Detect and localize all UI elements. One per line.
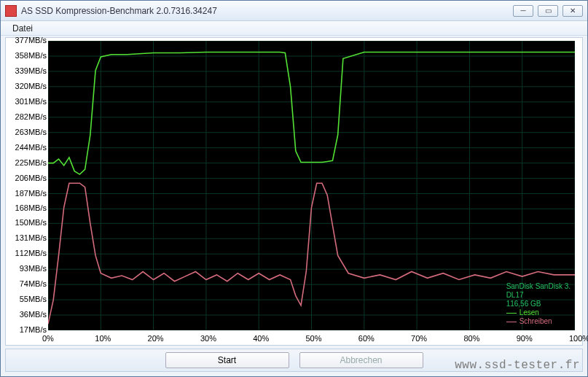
y-tick-label: 206MB/s	[7, 174, 47, 182]
menu-file[interactable]: Datei	[8, 23, 37, 34]
y-tick-label: 168MB/s	[7, 203, 47, 212]
app-icon	[5, 5, 17, 17]
y-tick-label: 320MB/s	[7, 82, 47, 90]
y-tick-label: 301MB/s	[7, 97, 47, 106]
legend-read-label: Lesen	[520, 308, 539, 317]
app-window: AS SSD Kompression-Benchmark 2.0.7316.34…	[0, 0, 588, 377]
cancel-button: Abbrechen	[299, 352, 423, 368]
x-tick-label: 20%	[148, 334, 164, 343]
x-tick-label: 90%	[517, 334, 533, 343]
plot-canvas: SanDisk SanDisk 3. DL17 116,56 GB Lesen …	[48, 41, 575, 330]
y-tick-label: 93MB/s	[7, 264, 47, 273]
window-controls: ─ ▭ ✕	[513, 5, 583, 17]
watermark-text: www.ssd-tester.fr	[455, 359, 580, 372]
series-svg	[48, 41, 575, 330]
y-tick-label: 377MB/s	[7, 36, 47, 44]
device-name: SanDisk SanDisk 3.	[506, 282, 571, 291]
x-tick-label: 50%	[306, 334, 322, 343]
device-capacity: 116,56 GB	[506, 300, 571, 308]
x-tick-label: 70%	[411, 334, 427, 343]
x-tick-label: 80%	[463, 334, 479, 343]
legend-read-swatch	[506, 313, 517, 314]
y-tick-label: 187MB/s	[7, 189, 47, 198]
y-tick-label: 244MB/s	[7, 143, 47, 152]
y-tick-label: 263MB/s	[7, 128, 47, 136]
y-tick-label: 131MB/s	[7, 233, 47, 242]
x-tick-label: 60%	[358, 334, 375, 343]
y-tick-label: 36MB/s	[7, 310, 47, 319]
y-tick-label: 339MB/s	[7, 66, 47, 75]
y-tick-label: 112MB/s	[7, 249, 47, 257]
y-tick-label: 150MB/s	[7, 218, 47, 227]
chart-area: SanDisk SanDisk 3. DL17 116,56 GB Lesen …	[5, 37, 583, 346]
legend-write-label: Schreiben	[520, 317, 552, 326]
y-tick-label: 225MB/s	[7, 158, 47, 167]
legend-write-swatch	[506, 322, 517, 322]
y-tick-label: 74MB/s	[7, 279, 47, 288]
legend-read: Lesen	[506, 308, 571, 317]
legend-write: Schreiben	[506, 317, 571, 326]
x-tick-label: 0%	[42, 334, 54, 343]
titlebar: AS SSD Kompression-Benchmark 2.0.7316.34…	[1, 1, 587, 21]
x-tick-label: 10%	[95, 334, 111, 343]
device-firmware: DL17	[506, 291, 571, 300]
y-tick-label: 17MB/s	[7, 325, 47, 334]
start-button[interactable]: Start	[165, 352, 289, 368]
maximize-button[interactable]: ▭	[538, 5, 558, 17]
close-button[interactable]: ✕	[562, 5, 583, 17]
x-tick-label: 30%	[200, 334, 216, 343]
legend-box: SanDisk SanDisk 3. DL17 116,56 GB Lesen …	[506, 282, 571, 326]
x-tick-label: 100%	[569, 334, 588, 343]
x-tick-label: 40%	[253, 334, 269, 343]
minimize-button[interactable]: ─	[513, 5, 533, 17]
window-title: AS SSD Kompression-Benchmark 2.0.7316.34…	[21, 6, 513, 16]
menubar: Datei	[1, 21, 587, 36]
y-tick-label: 282MB/s	[7, 112, 47, 121]
y-tick-label: 55MB/s	[7, 295, 47, 303]
y-tick-label: 358MB/s	[7, 51, 47, 60]
